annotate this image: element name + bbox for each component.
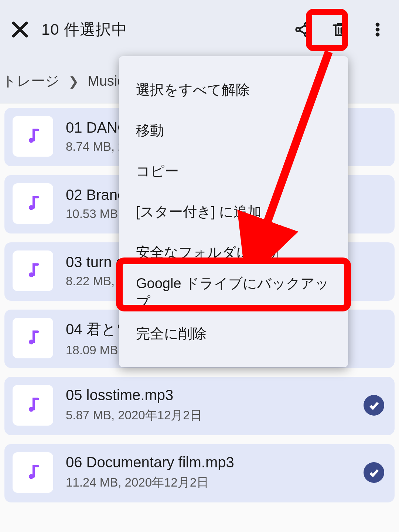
- share-icon[interactable]: [290, 17, 315, 42]
- menu-item-safe-folder[interactable]: 安全なフォルダに移動: [119, 232, 348, 273]
- menu-item-delete[interactable]: 完全に削除: [119, 313, 348, 354]
- file-row[interactable]: 06 Documentary film.mp3 11.24 MB, 2020年1…: [4, 444, 395, 502]
- chevron-right-icon: ❯: [68, 74, 79, 89]
- overflow-menu: 選択をすべて解除 移動 コピー [スター付き] に追加 安全なフォルダに移動 G…: [119, 56, 348, 367]
- music-note-icon: [13, 183, 53, 224]
- svg-line-6: [300, 30, 305, 33]
- trash-icon[interactable]: [327, 17, 352, 42]
- music-note-icon: [13, 452, 53, 493]
- file-meta: 5.87 MB, 2020年12月2日: [66, 407, 364, 424]
- music-note-icon: [13, 116, 53, 157]
- file-name: 06 Documentary film.mp3: [66, 454, 364, 471]
- svg-point-11: [376, 33, 379, 36]
- menu-item-drive-backup[interactable]: Google ドライブにバックアップ: [119, 273, 348, 313]
- menu-item-deselect-all[interactable]: 選択をすべて解除: [119, 69, 348, 110]
- menu-item-copy[interactable]: コピー: [119, 151, 348, 191]
- svg-point-10: [376, 28, 379, 31]
- selection-toolbar: 10 件選択中: [0, 0, 399, 59]
- check-icon: [364, 462, 384, 483]
- svg-line-5: [300, 25, 305, 28]
- check-icon: [364, 395, 384, 416]
- music-note-icon: [13, 250, 53, 291]
- close-icon[interactable]: [9, 18, 31, 41]
- overflow-icon[interactable]: [365, 17, 390, 42]
- file-meta: 11.24 MB, 2020年12月2日: [66, 474, 364, 491]
- file-row[interactable]: 05 losstime.mp3 5.87 MB, 2020年12月2日: [4, 377, 395, 435]
- svg-point-9: [376, 23, 379, 26]
- menu-item-move[interactable]: 移動: [119, 110, 348, 151]
- selection-title: 10 件選択中: [41, 19, 290, 40]
- file-name: 05 losstime.mp3: [66, 387, 364, 403]
- menu-item-add-star[interactable]: [スター付き] に追加: [119, 191, 348, 232]
- music-note-icon: [13, 318, 53, 358]
- breadcrumb-segment[interactable]: トレージ: [2, 72, 59, 91]
- music-note-icon: [13, 385, 53, 426]
